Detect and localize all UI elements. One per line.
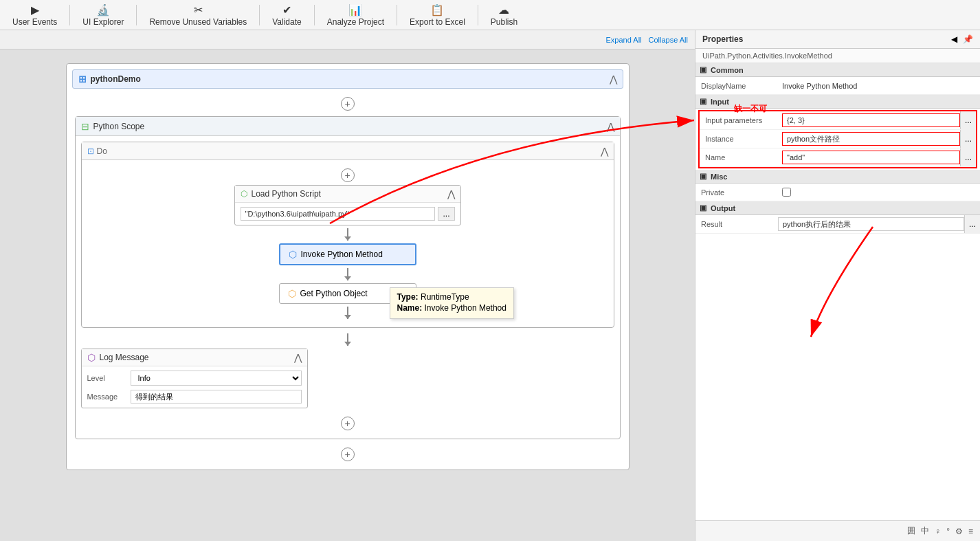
properties-pin-btn[interactable]: 📌 bbox=[963, 34, 973, 44]
python-path-input[interactable] bbox=[241, 207, 436, 221]
log-message-row: Message bbox=[87, 390, 302, 404]
prop-section-common[interactable]: ▣ Common bbox=[695, 63, 980, 77]
ui-explorer-icon: 🔬 bbox=[96, 3, 110, 16]
log-message-box: ⬡ Log Message ⋀ Level Info bbox=[81, 349, 308, 408]
toolbar-analyze-project[interactable]: 📊 Analyze Project bbox=[320, 3, 391, 27]
properties-bottom: 囲 中 ♀ ° ⚙ ≡ bbox=[695, 520, 980, 541]
activity-flow: + ⬡ Load Python Script ⋀ bbox=[82, 160, 614, 327]
properties-panel: Properties ◀ 📌 UiPath.Python.Activities.… bbox=[695, 30, 980, 541]
prop-section-output[interactable]: ▣ Output bbox=[695, 201, 980, 215]
prop-name-input[interactable] bbox=[782, 151, 960, 164]
load-python-script-content: ... bbox=[235, 203, 460, 225]
separator-2 bbox=[136, 5, 137, 25]
load-python-script-title: ⬡ Load Python Script bbox=[241, 189, 321, 199]
bottom-icon-5[interactable]: ⚙ bbox=[955, 527, 963, 536]
publish-icon: ☁ bbox=[498, 3, 509, 16]
load-script-collapse[interactable]: ⋀ bbox=[447, 188, 455, 199]
prop-name-row: Name ... bbox=[700, 148, 976, 167]
python-demo-title: ⊞ pythonDemo bbox=[78, 74, 141, 85]
toolbar-ui-explorer[interactable]: 🔬 UI Explorer bbox=[76, 3, 131, 27]
add-after-log[interactable]: + bbox=[341, 417, 355, 430]
add-activity-top[interactable]: + bbox=[341, 97, 355, 111]
separator-3 bbox=[259, 5, 260, 25]
log-message-content: Level Info Message bbox=[82, 366, 307, 408]
output-section-toggle: ▣ bbox=[700, 203, 706, 212]
prop-input-params-input[interactable] bbox=[782, 113, 960, 127]
prop-name-label: Name bbox=[700, 151, 782, 164]
validate-icon: ✔ bbox=[282, 3, 291, 16]
python-scope-collapse[interactable]: ⋀ bbox=[607, 121, 614, 132]
bottom-icon-4[interactable]: ° bbox=[946, 527, 950, 536]
bottom-icon-1[interactable]: 囲 bbox=[907, 525, 915, 537]
do-collapse[interactable]: ⋀ bbox=[601, 146, 608, 157]
python-scope-icon: ⊟ bbox=[81, 121, 89, 132]
add-before-load[interactable]: + bbox=[341, 168, 355, 182]
load-python-script-header: ⬡ Load Python Script ⋀ bbox=[235, 186, 460, 203]
prop-instance-input[interactable] bbox=[782, 132, 960, 146]
arrow-3 bbox=[347, 307, 348, 319]
toolbar-export-to-excel[interactable]: 📋 Export to Excel bbox=[403, 3, 472, 27]
prop-input-params-ellipsis[interactable]: ... bbox=[960, 111, 976, 129]
canvas-scroll[interactable]: ⊞ pythonDemo ⋀ + ⊟ Py bbox=[0, 49, 695, 541]
bottom-icon-2[interactable]: 中 bbox=[921, 525, 929, 537]
prop-instance-label: Instance bbox=[700, 132, 782, 146]
do-title: ⊡ Do bbox=[87, 146, 107, 156]
prop-private-row: Private bbox=[695, 184, 980, 201]
input-section-toggle: ▣ bbox=[700, 97, 706, 106]
prop-private-checkbox[interactable] bbox=[782, 188, 791, 197]
do-box: ⊡ Do ⋀ + bbox=[81, 142, 614, 328]
prop-displayname-value: Invoke Python Method bbox=[778, 79, 980, 93]
do-icon: ⊡ bbox=[87, 146, 94, 156]
log-level-select[interactable]: Info bbox=[131, 371, 302, 386]
analyze-project-icon: 📊 bbox=[348, 3, 362, 16]
bottom-icon-6[interactable]: ≡ bbox=[968, 527, 973, 536]
load-python-script-box: ⬡ Load Python Script ⋀ ... bbox=[234, 185, 461, 225]
separator-4 bbox=[314, 5, 315, 25]
prop-name-ellipsis[interactable]: ... bbox=[960, 148, 976, 166]
log-message-title: ⬡ Log Message bbox=[87, 352, 149, 363]
prop-result-input[interactable] bbox=[778, 217, 964, 231]
canvas-topbar: Expand All Collapse All bbox=[0, 30, 695, 49]
toolbar-publish[interactable]: ☁ Publish bbox=[484, 3, 524, 27]
python-demo-collapse[interactable]: ⋀ bbox=[610, 74, 617, 85]
prop-section-input[interactable]: ▣ Input bbox=[695, 95, 980, 109]
prop-result-ellipsis[interactable]: ... bbox=[964, 215, 980, 233]
expand-all-btn[interactable]: Expand All bbox=[606, 36, 642, 44]
separator-5 bbox=[397, 5, 397, 25]
log-message-collapse[interactable]: ⋀ bbox=[294, 352, 302, 363]
toolbar-remove-unused[interactable]: ✂ Remove Unused Variables bbox=[142, 3, 254, 27]
prop-instance-row: Instance ... bbox=[700, 130, 976, 148]
log-level-row: Level Info bbox=[87, 371, 302, 386]
canvas-area: Expand All Collapse All ⊞ pythonDemo ⋀ bbox=[0, 30, 695, 541]
python-scope-title: ⊟ Python Scope bbox=[81, 121, 145, 132]
prop-input-params-row: Input parameters ... bbox=[700, 111, 976, 130]
prop-instance-ellipsis[interactable]: ... bbox=[960, 130, 976, 148]
tooltip-type: Type: RuntimeType bbox=[397, 292, 506, 302]
log-message-input[interactable] bbox=[131, 390, 302, 404]
separator-1 bbox=[69, 5, 70, 25]
invoke-method-tooltip: Type: RuntimeType Name: Invoke Python Me… bbox=[390, 287, 514, 319]
properties-title: Properties bbox=[702, 34, 743, 44]
python-demo-icon: ⊞ bbox=[78, 74, 87, 85]
prop-input-params-label: Input parameters bbox=[700, 113, 782, 127]
toolbar-validate[interactable]: ✔ Validate bbox=[265, 3, 308, 27]
remove-unused-icon: ✂ bbox=[194, 3, 203, 16]
prop-result-row: Result ... bbox=[695, 215, 980, 234]
python-scope-header: ⊟ Python Scope ⋀ bbox=[76, 117, 620, 136]
add-activity-bottom[interactable]: + bbox=[341, 448, 355, 461]
log-message-field-label: Message bbox=[87, 393, 125, 401]
prop-displayname-row: DisplayName Invoke Python Method bbox=[695, 77, 980, 95]
properties-collapse-btn[interactable]: ◀ bbox=[951, 34, 957, 44]
arrow-1 bbox=[347, 228, 348, 241]
export-excel-icon: 📋 bbox=[430, 3, 444, 16]
bottom-icon-3[interactable]: ♀ bbox=[935, 527, 941, 536]
prop-section-misc[interactable]: ▣ Misc bbox=[695, 170, 980, 184]
separator-6 bbox=[478, 5, 478, 25]
user-events-icon: ▶ bbox=[31, 3, 39, 16]
toolbar-user-events[interactable]: ▶ User Events bbox=[5, 3, 64, 27]
log-message-icon: ⬡ bbox=[87, 352, 96, 363]
path-browse-btn[interactable]: ... bbox=[438, 207, 454, 221]
load-script-icon: ⬡ bbox=[241, 189, 247, 199]
collapse-all-btn[interactable]: Collapse All bbox=[649, 36, 688, 44]
invoke-python-method-box[interactable]: ⬡ Invoke Python Method bbox=[279, 243, 416, 265]
